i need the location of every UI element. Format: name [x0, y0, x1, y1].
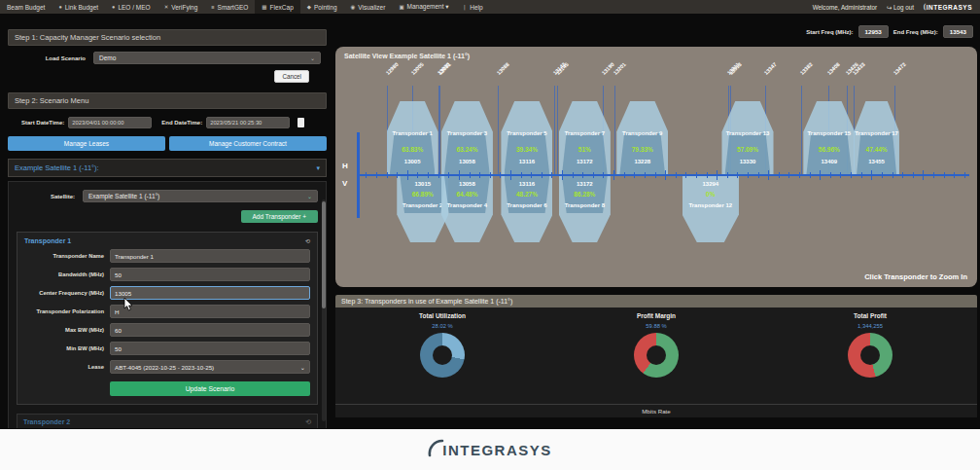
add-transponder-button[interactable]: Add Transponder +	[241, 210, 318, 223]
field-input-center-frequency-mhz[interactable]: 13005	[110, 286, 310, 300]
transponder-name-label: Transponder 3	[441, 130, 493, 136]
center-freq-label: 13330	[721, 159, 773, 164]
nav-item-pointing[interactable]: ◆Pointing	[300, 0, 344, 14]
manage-customer-contract-button[interactable]: Manage Customer Contract	[169, 136, 327, 151]
nav-item-visualizer[interactable]: ◉Visualizer	[344, 0, 393, 14]
left-panel-scrollbar[interactable]	[322, 199, 326, 421]
nav-item-link-budget[interactable]: ●Link Budget	[52, 0, 105, 14]
nav-item-beam-budget[interactable]: Beam Budget	[0, 0, 52, 14]
flexcap-icon: ▦	[262, 4, 266, 10]
load-scenario-row: Load Scenario Demo ⌄	[8, 52, 327, 64]
chevron-down-icon: ⌄	[310, 54, 315, 61]
nav-label-pointing: Pointing	[314, 4, 337, 11]
transponder-shape-transponder-4[interactable]: Transponder 464.48%13058	[441, 176, 493, 242]
smartgeo-icon: ≡	[211, 4, 214, 10]
axis-tick	[861, 172, 862, 178]
axis-tick	[582, 172, 583, 178]
load-scenario-select[interactable]: Demo ⌄	[93, 52, 321, 64]
center-freq-label: 13172	[559, 159, 611, 164]
update-scenario-button[interactable]: Update Scenario	[110, 381, 310, 396]
end-freq-label: End Freq (MHz):	[893, 29, 938, 35]
end-datetime-label: End DateTime:	[161, 120, 202, 126]
axis-tick	[820, 170, 821, 180]
logout-label: Log out	[893, 4, 914, 11]
end-freq-input[interactable]: 13543	[943, 25, 973, 38]
donut-chart-total-utilization[interactable]	[420, 333, 465, 378]
start-datetime-label: Start DateTime:	[21, 120, 64, 126]
transponder2-header[interactable]: Transponder 2 ⟲	[17, 414, 318, 428]
donut-chart-profit-margin[interactable]	[634, 333, 679, 378]
nav-items: Beam Budget●Link Budget●LEO / MEO✕VeriFy…	[0, 0, 490, 14]
transponder-shape-transponder-2[interactable]: Transponder 266.89%13015	[397, 176, 448, 242]
nav-brand-logo: ⟮INTEGRASYS	[924, 3, 972, 11]
transponder2-title: Transponder 2	[23, 418, 70, 426]
end-datetime-input[interactable]: 2023/05/21 00:25:30	[206, 117, 290, 128]
field-input-transponder-polarization[interactable]: H	[110, 305, 310, 318]
axis-tick	[685, 172, 686, 178]
step2-header: Step 2: Scenario Menu	[8, 92, 327, 109]
chevron-down-icon: ⌄	[300, 364, 305, 371]
nav-label-verifying: VeriFying	[171, 4, 197, 11]
transponder-shape-transponder-6[interactable]: Transponder 648.27%13116	[501, 176, 552, 242]
utilization-pct-label: 86.28%	[559, 191, 611, 198]
axis-tick	[655, 172, 656, 178]
axis-tick	[407, 170, 408, 180]
field-row-transponder-polarization: Transponder PolarizationH	[24, 305, 310, 318]
transponder-name-label: Transponder 1	[387, 130, 438, 136]
field-value-transponder-polarization: H	[115, 308, 119, 315]
field-value-center-frequency-mhz: 13005	[115, 290, 131, 297]
axis-tick	[510, 170, 511, 180]
transponder-shape-transponder-12[interactable]: Transponder 120%13294	[682, 176, 739, 242]
transponder1-header[interactable]: Transponder 1 ⟲	[24, 237, 310, 244]
nav-item-help[interactable]: ❘Help	[456, 0, 490, 14]
field-input-lease[interactable]: ABT-4045 (2022-10-25 - 2023-10-25)⌄	[110, 360, 310, 374]
transponder-shape-transponder-17[interactable]: Transponder 1747.44%13455	[854, 101, 899, 174]
field-row-transponder-name: Transponder NameTransponder 1	[24, 249, 310, 263]
donut-hole	[647, 345, 666, 365]
transponder-name-label: Transponder 7	[559, 130, 611, 136]
axis-tick	[944, 172, 945, 178]
axis-tick	[954, 172, 955, 178]
load-scenario-value: Demo	[99, 54, 116, 61]
field-input-bandwidth-mhz[interactable]: 50	[110, 268, 310, 281]
axis-tick	[768, 170, 769, 180]
satellite-select[interactable]: Example Satellite 1 (-11°) ⌄	[83, 190, 318, 202]
nav-item-verifying[interactable]: ✕VeriFying	[158, 0, 205, 14]
transponder-shape-transponder-5[interactable]: Transponder 539.34%13116	[501, 101, 552, 174]
nav-item-leo-meo[interactable]: ●LEO / MEO	[105, 0, 158, 14]
nav-item-smartgeo[interactable]: ≡SmartGEO	[204, 0, 255, 14]
logout-button[interactable]: ↪ Log out	[887, 4, 914, 11]
transponder-shape-transponder-8[interactable]: Transponder 886.28%13172	[559, 176, 611, 242]
load-scenario-label: Load Scenario	[8, 55, 93, 61]
freq-tick-label: 13088	[496, 61, 510, 76]
field-input-min-bw-mhz[interactable]: 50	[110, 342, 310, 355]
center-freq-label: 13058	[441, 181, 493, 187]
h-polarization-label: H	[342, 162, 348, 170]
transponder-shape-transponder-1[interactable]: Transponder 163.83%13005	[387, 101, 438, 174]
start-datetime-input[interactable]: 2023/04/01 00:00:00	[68, 117, 152, 128]
transponder-name-label: Transponder 4	[441, 202, 493, 208]
calendar-icon[interactable]	[298, 118, 304, 127]
axis-tick	[428, 172, 429, 178]
field-input-max-bw-mhz[interactable]: 60	[110, 323, 310, 337]
collapse-icon[interactable]: ⟲	[305, 237, 310, 244]
collapse-icon[interactable]: ⟲	[305, 418, 311, 426]
donut-chart-total-profit[interactable]	[848, 333, 892, 378]
scrollbar-thumb[interactable]	[322, 201, 326, 308]
chevron-down-icon: ▾	[316, 164, 320, 172]
transponder-shape-transponder-3[interactable]: Transponder 363.24%13058	[441, 101, 493, 174]
freq-tick-label: 13408	[826, 61, 841, 76]
manage-leases-button[interactable]: Manage Leases	[8, 136, 165, 151]
axis-tick	[417, 172, 418, 178]
nav-item-management[interactable]: ▣Management ▾	[392, 0, 455, 14]
start-freq-input[interactable]: 12953	[858, 25, 889, 38]
cancel-button[interactable]: Cancel	[274, 70, 309, 83]
axis-tick	[624, 172, 625, 178]
axis-tick	[479, 172, 480, 178]
transponder-shape-transponder-9[interactable]: Transponder 979.33%13228	[616, 101, 668, 174]
field-input-transponder-name[interactable]: Transponder 1	[110, 249, 310, 263]
gauge-total-utilization: Total Utilization28.02 %	[335, 307, 549, 417]
nav-item-flexcap[interactable]: ▦FlexCap	[255, 0, 299, 14]
satellite-accordion-header[interactable]: Example Satellite 1 (-11°): ▾	[8, 159, 327, 177]
axis-tick	[645, 172, 646, 178]
